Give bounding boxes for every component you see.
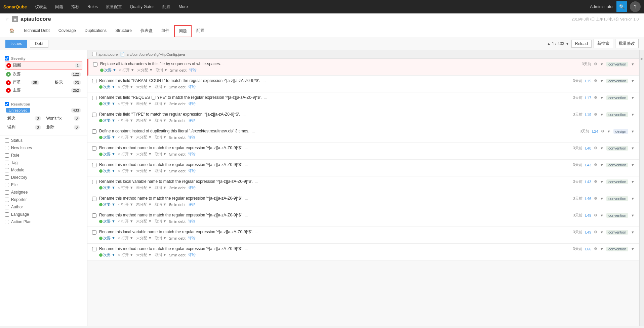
- severity-critical[interactable]: ● 严重 35 提示 23: [5, 79, 82, 86]
- tag-chevron-1[interactable]: ▼: [631, 79, 635, 83]
- issue-checkbox-10[interactable]: [92, 230, 96, 236]
- severity-tag-11[interactable]: 次要 ▼: [99, 252, 115, 257]
- open-tag-5[interactable]: ○ 打开 ▼: [118, 152, 133, 157]
- tag-chevron-11[interactable]: ▼: [631, 247, 635, 251]
- issue-checkbox-5[interactable]: [92, 146, 96, 152]
- issue-row[interactable]: Rename this local variable name to match…: [87, 176, 639, 193]
- cancel-tag-2[interactable]: 取消 ▼: [155, 101, 167, 106]
- comment-tag-5[interactable]: 评论: [188, 152, 196, 157]
- assign-tag-2[interactable]: 未分配 ▼: [136, 101, 152, 106]
- chevron-icon-3[interactable]: ▼: [600, 113, 604, 117]
- issue-checkbox-9[interactable]: [92, 213, 96, 219]
- filter-item-status[interactable]: Status: [0, 137, 87, 144]
- severity-tag-5[interactable]: 次要 ▼: [99, 152, 115, 157]
- line-ref-10[interactable]: L49: [585, 230, 591, 234]
- chevron-icon-10[interactable]: ▼: [600, 230, 604, 234]
- filter-icon-9[interactable]: ⚙: [594, 213, 597, 217]
- issue-more-6[interactable]: ...: [245, 163, 248, 167]
- cancel-tag-11[interactable]: 取消 ▼: [155, 252, 167, 257]
- cancel-tag-0[interactable]: 取消 ▼: [156, 68, 168, 73]
- filter-item-author[interactable]: Author: [0, 203, 87, 211]
- severity-title[interactable]: Severity: [5, 55, 82, 61]
- filter-icon-6[interactable]: ⚙: [594, 163, 597, 167]
- line-ref-3[interactable]: L19: [585, 113, 591, 117]
- issue-more-9[interactable]: ...: [245, 213, 248, 217]
- subnav-components[interactable]: 组件: [157, 25, 173, 37]
- issue-row[interactable]: Rename this field "REQUEST_TYPE" to matc…: [87, 92, 639, 109]
- convention-tag-1[interactable]: convention: [606, 79, 628, 83]
- open-tag-3[interactable]: ○ 打开 ▼: [118, 118, 133, 123]
- assign-tag-6[interactable]: 未分配 ▼: [136, 168, 152, 173]
- issue-row[interactable]: Rename this field "PARAM_COUNT" to match…: [87, 76, 639, 92]
- severity-tag-10[interactable]: 次要 ▼: [99, 236, 115, 241]
- reload-button[interactable]: Reload: [571, 40, 592, 48]
- convention-tag-10[interactable]: convention: [606, 230, 628, 235]
- open-tag-6[interactable]: ○ 打开 ▼: [118, 168, 133, 173]
- resolution-misjudge[interactable]: 误判 0: [6, 123, 42, 131]
- issue-checkbox-6[interactable]: [92, 163, 96, 168]
- assign-tag-10[interactable]: 未分配 ▼: [136, 236, 152, 241]
- issue-more-3[interactable]: ...: [242, 112, 245, 116]
- cancel-tag-7[interactable]: 取消 ▼: [155, 185, 167, 190]
- nav-dashboard[interactable]: 仪表盘: [32, 0, 50, 13]
- filter-icon-1[interactable]: ⚙: [594, 79, 597, 83]
- tag-chevron-5[interactable]: ▼: [631, 146, 635, 150]
- open-tag-1[interactable]: ○ 打开 ▼: [118, 84, 133, 89]
- comment-tag-6[interactable]: 评论: [188, 168, 196, 173]
- chevron-icon-7[interactable]: ▼: [600, 180, 604, 184]
- comment-tag-4[interactable]: 评论: [188, 135, 196, 140]
- issue-row[interactable]: Rename this local variable name to match…: [87, 227, 639, 244]
- subnav-issues[interactable]: 问题: [174, 25, 192, 37]
- bulk-change-button[interactable]: 批量修改: [615, 39, 639, 48]
- issue-checkbox-4[interactable]: [92, 129, 96, 135]
- tag-chevron-8[interactable]: ▼: [631, 197, 635, 201]
- severity-blocker[interactable]: ● 阻断 1: [5, 61, 82, 70]
- convention-tag-3[interactable]: convention: [606, 112, 628, 117]
- line-ref-6[interactable]: L43: [585, 163, 591, 167]
- resolution-checkbox[interactable]: [5, 102, 9, 106]
- subnav-duplications[interactable]: Duplications: [81, 25, 111, 37]
- issue-row[interactable]: Replace all tab characters in this file …: [87, 59, 639, 76]
- tab-debt[interactable]: Debt: [30, 40, 48, 48]
- cancel-tag-5[interactable]: 取消 ▼: [155, 152, 167, 157]
- tag-chevron-10[interactable]: ▼: [631, 230, 635, 234]
- nav-quality-gates[interactable]: Quality Gates: [127, 0, 158, 13]
- filter-checkbox-reporter[interactable]: [5, 198, 9, 202]
- tab-issues[interactable]: Issues: [5, 40, 27, 48]
- filter-icon-0[interactable]: ⚙: [594, 62, 597, 66]
- chevron-icon-9[interactable]: ▼: [600, 213, 604, 217]
- severity-tag-8[interactable]: 次要 ▼: [99, 202, 115, 207]
- nav-issues[interactable]: 问题: [52, 0, 67, 13]
- convention-tag-11[interactable]: convention: [606, 247, 628, 251]
- cancel-tag-9[interactable]: 取消 ▼: [155, 219, 167, 224]
- convention-tag-5[interactable]: convention: [606, 146, 628, 151]
- issue-row[interactable]: Define a constant instead of duplicating…: [87, 126, 639, 143]
- cancel-tag-1[interactable]: 取消 ▼: [155, 84, 167, 89]
- breadcrumb-project[interactable]: apiautocore: [98, 52, 118, 56]
- severity-tag-0[interactable]: 次要 ▼: [100, 68, 116, 73]
- issue-more-8[interactable]: ...: [245, 196, 248, 200]
- search-button[interactable]: 🔍: [616, 1, 627, 12]
- logo[interactable]: SonarQube: [3, 4, 27, 9]
- filter-item-directory[interactable]: Directory: [0, 174, 87, 181]
- subnav-dashboard[interactable]: 仪表盘: [136, 25, 157, 37]
- comment-tag-2[interactable]: 评论: [188, 101, 196, 106]
- nav-config[interactable]: 配置: [159, 0, 174, 13]
- filter-icon-4[interactable]: ⚙: [601, 129, 604, 133]
- comment-tag-0[interactable]: 评论: [189, 68, 197, 73]
- resolution-resolved[interactable]: 解决 0: [6, 114, 42, 122]
- tag-chevron-4[interactable]: ▼: [631, 129, 635, 133]
- comment-tag-11[interactable]: 评论: [188, 252, 196, 257]
- issue-checkbox-11[interactable]: [92, 247, 96, 252]
- issue-more-10[interactable]: ...: [255, 230, 258, 234]
- chevron-icon-6[interactable]: ▼: [600, 163, 604, 167]
- comment-tag-3[interactable]: 评论: [188, 118, 196, 123]
- open-tag-8[interactable]: ○ 打开 ▼: [118, 202, 133, 207]
- assign-tag-0[interactable]: 未分配 ▼: [137, 68, 153, 73]
- filter-icon-2[interactable]: ⚙: [594, 95, 597, 100]
- severity-tag-4[interactable]: 次要 ▼: [99, 135, 115, 140]
- severity-tag-3[interactable]: 次要 ▼: [99, 118, 115, 123]
- issue-checkbox-7[interactable]: [92, 180, 96, 185]
- comment-tag-8[interactable]: 评论: [188, 202, 196, 207]
- filter-icon-7[interactable]: ⚙: [594, 179, 597, 184]
